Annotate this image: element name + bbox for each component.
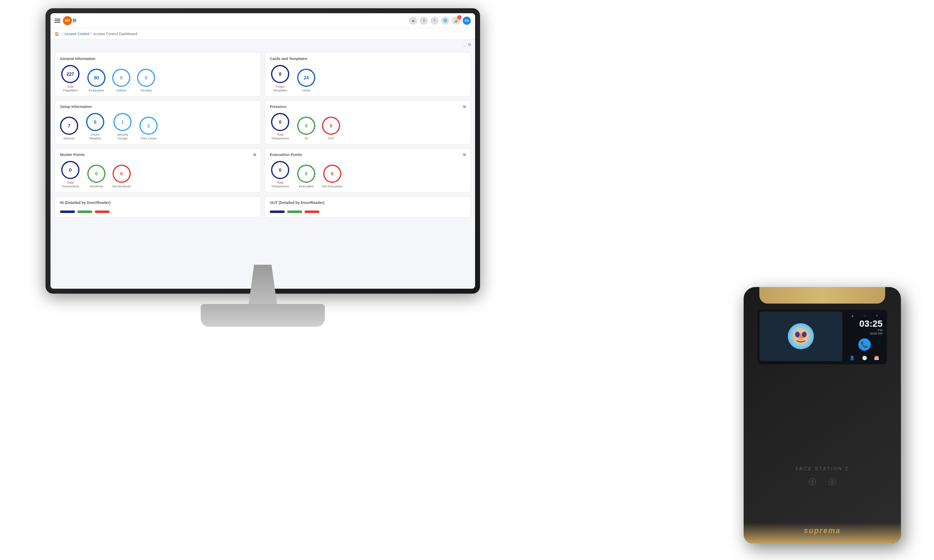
metric-security-groups: 1 Security Groups xyxy=(112,113,133,140)
label-finger-templates: Finger Templates xyxy=(270,85,291,92)
card-setup-info-title: Setup Information xyxy=(60,105,256,109)
fs-status-icons: ▲ ☆ ≡ xyxy=(846,314,883,318)
circle-security: 0 xyxy=(137,69,155,87)
card-in-detailed: IN (Detailed by Door/Reader) xyxy=(55,196,261,218)
card-in-detailed-title: IN (Detailed by Door/Reader) xyxy=(60,201,256,205)
circle-doors-readers: 6 xyxy=(86,113,104,131)
circle-total-population: 227 xyxy=(61,65,79,83)
label-not-mustered: Not Mustered xyxy=(112,184,131,188)
user-avatar[interactable]: SA xyxy=(463,17,471,25)
metric-employees: 80 Employees xyxy=(87,69,106,92)
toolbar-more[interactable]: ... xyxy=(463,43,466,47)
fs-star-icon: ☆ xyxy=(864,314,867,318)
card-cards-templates-title: Cards and Templates xyxy=(270,57,466,61)
card-general-info-title: General Information xyxy=(60,57,256,61)
fs-clock-icon: 🕐 xyxy=(862,356,867,360)
fs-bottom-icons: 👤 🕐 📅 xyxy=(846,356,883,360)
fs-camera-left-inner xyxy=(811,480,814,483)
notification-icon[interactable]: 🔔 11 xyxy=(452,17,460,25)
label-devices: Devices xyxy=(64,136,75,140)
metric-total-population: 227 Total Population xyxy=(60,65,81,92)
card-presence: Presence ⧉ 0 Total Transactions 0 xyxy=(264,100,471,145)
card-general-info: General Information 227 Total Population… xyxy=(55,52,261,97)
fs-camera-right xyxy=(828,478,836,486)
fs-top-trim xyxy=(759,287,885,304)
scene: BIO |ll ☁ ℹ ? 🌐 🔔 11 xyxy=(0,0,934,560)
info-icon[interactable]: ℹ xyxy=(420,17,428,25)
fs-face-panel xyxy=(759,311,842,361)
muster-metrics: 0 Total Transactions 0 Mustered 0 Not Mu… xyxy=(60,161,256,188)
label-total-population: Total Population xyxy=(60,85,81,92)
circle-cards: 24 xyxy=(297,69,315,87)
monitor-base xyxy=(201,304,325,327)
setup-info-metrics: 7 Devices 6 Doors Readers 1 Security Gro… xyxy=(60,113,256,140)
metric-cards: 24 Cards xyxy=(297,69,315,92)
notification-badge: 11 xyxy=(457,15,461,19)
label-doors-readers: Doors Readers xyxy=(85,133,106,140)
circle-muster-total: 0 xyxy=(61,161,79,179)
evacuation-export-icon[interactable]: ⧉ xyxy=(463,153,466,157)
circle-employees: 80 xyxy=(87,69,106,87)
help-icon[interactable]: ? xyxy=(430,17,439,25)
circle-presence-out: 0 xyxy=(322,117,340,135)
metric-devices: 7 Devices xyxy=(60,117,78,140)
metric-not-mustered: 0 Not Mustered xyxy=(112,165,131,188)
fs-screen: ▲ ☆ ≡ 03:25 PM 06/30 FRI 📞 👤 🕐 📅 xyxy=(758,310,887,364)
general-info-metrics: 227 Total Population 80 Employees 0 Visi… xyxy=(60,65,256,92)
fs-wifi-icon: ▲ xyxy=(851,314,854,318)
circle-visitors: 0 xyxy=(112,69,130,87)
fs-ampm: PM xyxy=(846,328,883,332)
card-presence-title: Presence ⧉ xyxy=(270,105,466,109)
topbar-left: BIO |ll xyxy=(55,16,76,25)
circle-devices: 7 xyxy=(60,117,78,135)
presence-export-icon[interactable]: ⧉ xyxy=(463,105,466,109)
metric-evacuation-total: 0 Total Transactions xyxy=(270,161,291,188)
muster-export-icon[interactable]: ⧉ xyxy=(253,153,256,157)
presence-metrics: 0 Total Transactions 0 IN 0 OUT xyxy=(270,113,466,140)
breadcrumb-path1[interactable]: Access Control xyxy=(65,32,90,36)
toolbar-export[interactable]: ⧉ xyxy=(468,42,471,47)
breadcrumb-home[interactable]: 🏠 xyxy=(55,32,59,36)
fs-date: 06/30 FRI xyxy=(846,332,883,335)
card-muster-points: Muster Points ⧉ 0 Total Transactions 0 xyxy=(55,148,261,193)
metric-evacuated: 0 Evacuated xyxy=(297,165,315,188)
brand-circle: BIO xyxy=(63,16,72,25)
monitor: BIO |ll ☁ ℹ ? 🌐 🔔 11 xyxy=(46,8,480,339)
label-visitors: Visitors xyxy=(116,89,126,92)
card-evacuation-title: Evacuation Points ⧉ xyxy=(270,153,466,157)
menu-button[interactable] xyxy=(55,19,60,23)
metric-mustered: 0 Mustered xyxy=(87,165,106,188)
card-setup-info: Setup Information 7 Devices 6 Doors Read… xyxy=(55,100,261,145)
fs-calendar-icon: 📅 xyxy=(874,356,879,360)
metric-presence-total: 0 Total Transactions xyxy=(270,113,291,140)
circle-mustered: 0 xyxy=(87,165,106,183)
label-evacuated: Evacuated xyxy=(299,184,313,188)
brand-logo: BIO |ll xyxy=(63,16,76,25)
label-muster-total: Total Transactions xyxy=(60,181,81,188)
circle-security-groups: 1 xyxy=(113,113,132,131)
breadcrumb-sep1: / xyxy=(62,32,63,36)
svg-point-1 xyxy=(795,332,800,337)
cloud-icon[interactable]: ☁ xyxy=(409,17,417,25)
circle-not-mustered: 0 xyxy=(113,165,131,183)
fs-brand-name: suprema xyxy=(804,526,840,535)
toolbar: ... ⧉ xyxy=(50,40,475,50)
evacuation-metrics: 0 Total Transactions 0 Evacuated 0 Not E… xyxy=(270,161,466,188)
fs-time-display: 03:25 xyxy=(846,319,883,328)
fs-brand-row: suprema xyxy=(804,526,840,535)
label-mustered: Mustered xyxy=(90,184,103,188)
globe-icon[interactable]: 🌐 xyxy=(441,17,449,25)
metric-time-zones: 2 Time Zones xyxy=(139,117,158,140)
fs-cameras xyxy=(809,478,836,486)
brand-name: |ll xyxy=(73,18,76,23)
circle-evacuated: 0 xyxy=(297,165,315,183)
main-content: General Information 227 Total Population… xyxy=(50,50,475,289)
card-muster-title: Muster Points ⧉ xyxy=(60,153,256,157)
fs-camera-left xyxy=(809,478,816,486)
svg-point-2 xyxy=(802,332,807,337)
topbar-right: ☁ ℹ ? 🌐 🔔 11 SA xyxy=(409,17,471,25)
label-presence-out: OUT xyxy=(328,136,334,140)
card-evacuation: Evacuation Points ⧉ 0 Total Transactions… xyxy=(264,148,471,193)
face-station-2: ▲ ☆ ≡ 03:25 PM 06/30 FRI 📞 👤 🕐 📅 xyxy=(744,287,901,543)
svg-point-3 xyxy=(800,336,802,339)
